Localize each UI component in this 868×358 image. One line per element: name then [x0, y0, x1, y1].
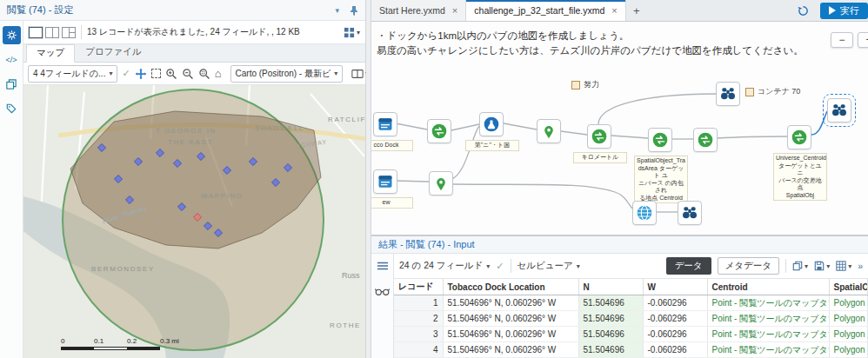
results-title: 結果 - 閲覧 (74) - Input [378, 238, 475, 251]
container-label[interactable]: 努力 [571, 79, 599, 90]
cell[interactable]: 51.504696° N, 0.060296° W [443, 295, 578, 311]
table-row[interactable]: 351.504696° N, 0.060296° W51.504696-0.06… [394, 327, 868, 342]
pin-icon[interactable] [350, 5, 358, 16]
grid-icon[interactable]: ▾ [836, 261, 851, 271]
blue-tool-icon [483, 116, 500, 133]
tool-trade-area[interactable] [587, 124, 611, 149]
tool-config-rail: </> [0, 21, 23, 358]
cell[interactable]: 1 [394, 295, 443, 311]
cell[interactable]: Point - 閲覧ツールのマップタブを表示 [707, 295, 829, 311]
cell[interactable]: 51.504696° N, 0.060296° W [443, 311, 578, 327]
table-row[interactable]: 451.504696° N, 0.060296° W51.504696-0.06… [394, 342, 868, 358]
close-icon[interactable]: × [611, 5, 617, 16]
zoom-in-button[interactable]: + [858, 32, 868, 48]
map-view[interactable]: T GEORGE INTHE EASTSHADWELLRATCLIFHIGHWA… [23, 85, 365, 358]
cell[interactable]: -0.060296 [643, 295, 707, 311]
metadata-tab-button[interactable]: メタデータ [718, 257, 779, 275]
column-header[interactable]: W [643, 279, 707, 295]
tool-formula[interactable] [479, 112, 504, 136]
table-row[interactable]: 151.504696° N, 0.060296° W51.504696-0.06… [394, 295, 868, 311]
tool-input-dock[interactable] [373, 112, 397, 136]
fields-filter-dropdown[interactable]: 24 の 24 フィールド▾ [399, 260, 490, 272]
green-tool-icon [431, 123, 448, 140]
fields-dropdown[interactable]: 4 4フィールドの...▾ [28, 65, 117, 83]
cell[interactable]: 51.504696 [578, 311, 643, 327]
column-header[interactable]: SpatialO [829, 279, 868, 295]
column-header[interactable]: Centroid [707, 279, 829, 295]
pin-tool-icon [540, 123, 558, 140]
glasses-icon[interactable] [375, 287, 390, 296]
copy-icon[interactable]: ▾ [792, 261, 808, 271]
cell[interactable]: -0.060296 [643, 327, 707, 342]
cell[interactable]: Polygon [829, 342, 868, 358]
cell[interactable]: Point - 閲覧ツールのマップタブを表示 [707, 342, 829, 358]
zoom-full-extent-icon[interactable]: ⌂ [215, 66, 222, 82]
layout-split-mixed-icon[interactable] [62, 27, 76, 38]
tag-icon[interactable] [3, 99, 21, 117]
column-header[interactable]: レコード [394, 279, 443, 295]
table-row[interactable]: 251.504696° N, 0.060296° W51.504696-0.06… [394, 311, 868, 327]
cell[interactable]: Polygon [829, 311, 868, 327]
run-button[interactable]: 実行 [820, 3, 868, 19]
layout-split-vertical-icon[interactable] [45, 27, 59, 38]
tab-profile[interactable]: プロファイル [75, 43, 151, 62]
history-icon[interactable] [797, 4, 810, 17]
doc-tab-challenge[interactable]: challenge_jp_32_start_file.yxmd × [466, 0, 625, 21]
cell-viewer-dropdown[interactable]: セルビューア▾ [517, 260, 580, 272]
cell[interactable]: -0.060296 [643, 342, 707, 358]
cell[interactable]: Polygon [829, 327, 868, 342]
settings-gear-icon[interactable] [3, 26, 21, 44]
cell[interactable]: 51.504696 [578, 295, 643, 311]
column-header[interactable]: Tobacco Dock Location [443, 279, 578, 295]
save-icon[interactable]: ▾ [814, 261, 830, 271]
cell[interactable]: Point - 閲覧ツールのマップタブを表示 [707, 311, 829, 327]
basemap-dropdown[interactable]: Carto (Positron) - 最新ビ▾ [230, 65, 344, 83]
view-options-icon[interactable]: ▾ [344, 27, 360, 38]
tool-spatial-match-a[interactable] [648, 128, 672, 152]
zoom-in-icon[interactable] [165, 66, 177, 82]
cell[interactable]: 51.504696 [578, 327, 643, 342]
doc-tab-start-here[interactable]: Start Here.yxmd × [371, 0, 466, 21]
cell[interactable]: 3 [394, 327, 443, 342]
container-label[interactable]: コンテナ 70 [745, 86, 800, 97]
zoom-out-icon[interactable] [182, 66, 194, 82]
rows-icon[interactable] [377, 261, 389, 271]
cell[interactable]: 2 [394, 311, 443, 327]
tab-map[interactable]: マップ [26, 44, 75, 63]
cell[interactable]: 51.504696 [578, 342, 643, 358]
tool-browse-selected[interactable] [827, 98, 851, 123]
cell[interactable]: Point - 閲覧ツールのマップタブを表示 [707, 327, 829, 342]
tool-globe[interactable] [632, 201, 657, 225]
tool-browse-2[interactable] [678, 201, 702, 225]
tool-browse-top[interactable] [716, 82, 740, 106]
zoom-out-button[interactable]: − [831, 32, 853, 48]
input-tool-icon [377, 116, 394, 133]
cell[interactable]: 51.504696° N, 0.060296° W [443, 342, 578, 358]
more-icon[interactable]: » [858, 261, 863, 271]
cell[interactable]: 51.504696° N, 0.060296° W [443, 327, 578, 342]
column-header[interactable]: N [578, 279, 643, 295]
workflow-canvas[interactable]: ・ドックから1km以内のパブの地図を作成しましょう。 易度の高いチャレンジにした… [371, 22, 868, 235]
xml-code-icon[interactable]: </> [3, 50, 21, 69]
cell[interactable]: 4 [394, 342, 443, 358]
tool-input-2[interactable] [373, 169, 397, 194]
pan-icon[interactable] [135, 66, 147, 82]
tool-centroid[interactable] [787, 125, 811, 149]
chevron-down-icon[interactable]: ▾ [335, 6, 339, 15]
layers-icon[interactable] [3, 75, 21, 93]
tool-select-1[interactable] [427, 119, 451, 143]
tool-annotation: ew [371, 197, 413, 209]
tool-create-points-1[interactable] [537, 119, 561, 143]
new-tab-button[interactable]: + [626, 0, 647, 21]
select-rectangle-icon[interactable] [151, 66, 161, 82]
apply-check-icon[interactable]: ✓ [122, 68, 130, 79]
apply-check-icon[interactable]: ✓ [496, 261, 504, 272]
cell[interactable]: -0.060296 [643, 311, 707, 327]
close-icon[interactable]: × [452, 5, 457, 16]
data-tab-button[interactable]: データ [666, 257, 711, 275]
cell[interactable]: Polygon [829, 295, 868, 311]
zoom-selection-icon[interactable] [198, 66, 210, 82]
tool-create-points-2[interactable] [429, 171, 453, 196]
layout-single-icon[interactable] [29, 27, 43, 38]
tool-spatial-match-b[interactable] [693, 128, 718, 152]
